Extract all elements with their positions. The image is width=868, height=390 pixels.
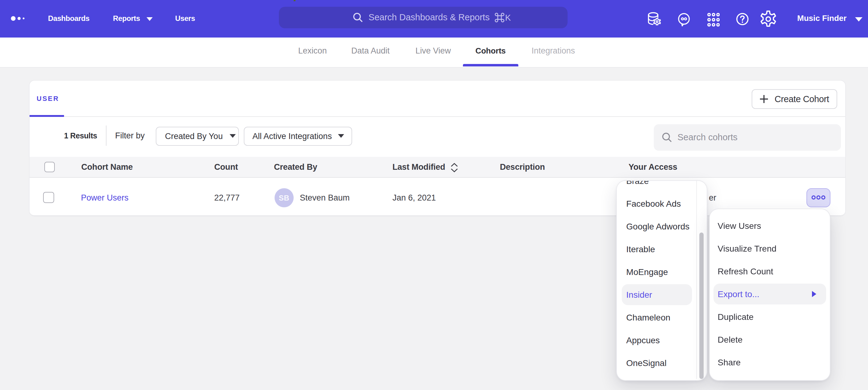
svg-text:K: K: [505, 12, 511, 22]
